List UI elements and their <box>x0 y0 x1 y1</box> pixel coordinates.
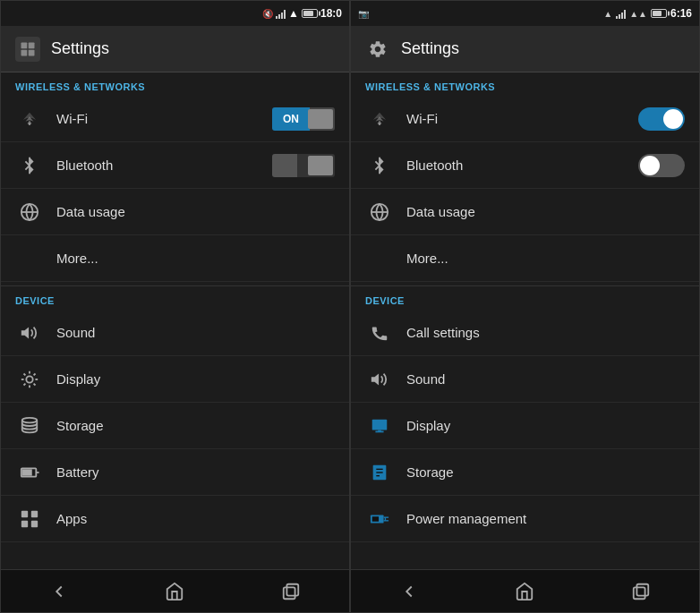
storage-icon-2 <box>365 458 394 487</box>
display-item-2[interactable]: Display <box>351 403 699 449</box>
sound-label-1: Sound <box>56 325 335 340</box>
storage-label-1: Storage <box>56 418 335 433</box>
section-wireless-2: WIRELESS & NETWORKS <box>351 72 699 96</box>
svg-rect-23 <box>31 520 38 526</box>
bluetooth-item-1[interactable]: Bluetooth <box>1 142 349 189</box>
svg-point-16 <box>22 417 38 422</box>
status-bar-1: 🔇 ▲ 18:0 <box>1 1 349 26</box>
svg-marker-6 <box>21 327 29 338</box>
settings-list-2: WIRELESS & NETWORKS Wi-Fi <box>351 72 699 569</box>
apps-item-1[interactable]: Apps <box>1 496 349 542</box>
wifi-toggle-switch-1[interactable] <box>272 107 335 131</box>
wifi-toggle-1[interactable] <box>272 107 335 131</box>
display-label-1: Display <box>56 371 335 387</box>
recent-button-2[interactable] <box>623 574 659 609</box>
data-usage-item-2[interactable]: Data usage <box>351 189 699 235</box>
phone-1: 🔇 ▲ 18:0 Settings WIRELESS & NETWORKS <box>0 0 350 613</box>
power-mgmt-icon <box>365 505 394 533</box>
svg-rect-3 <box>29 49 35 55</box>
recent-button-1[interactable] <box>273 574 309 609</box>
bluetooth-icon-1 <box>15 151 44 180</box>
svg-line-14 <box>23 383 25 385</box>
svg-line-12 <box>23 373 25 375</box>
wifi-toggle-switch-2[interactable] <box>638 107 685 131</box>
title-bar-2: Settings <box>351 26 699 72</box>
svg-rect-42 <box>637 583 649 595</box>
apps-icon-1 <box>15 505 44 533</box>
display-icon-1 <box>15 365 44 394</box>
power-mgmt-item[interactable]: Power management <box>351 496 699 542</box>
battery-icon-2 <box>651 9 667 18</box>
call-settings-item[interactable]: Call settings <box>351 310 699 356</box>
settings-app-icon-2 <box>365 37 390 62</box>
title-bar-1: Settings <box>1 26 349 72</box>
svg-rect-29 <box>372 419 388 430</box>
screenshot-icon: 📷 <box>358 9 369 19</box>
home-button-1[interactable] <box>157 574 192 609</box>
call-settings-icon <box>365 319 394 347</box>
svg-rect-1 <box>29 42 35 48</box>
settings-app-icon-1 <box>15 37 40 62</box>
signal-bars-2 <box>616 8 626 19</box>
wifi-item-1[interactable]: Wi-Fi <box>1 96 349 142</box>
settings-list-1: WIRELESS & NETWORKS Wi-Fi <box>1 72 349 569</box>
bluetooth-label-2: Bluetooth <box>406 158 638 173</box>
bluetooth-toggle-switch-2[interactable] <box>638 154 685 177</box>
bluetooth-toggle-switch-1[interactable] <box>272 154 335 177</box>
signal-icon-2: ▲ <box>603 9 612 19</box>
bluetooth-label-1: Bluetooth <box>56 158 272 173</box>
battery-icon-1 <box>302 9 318 18</box>
svg-rect-40 <box>372 516 379 522</box>
bluetooth-icon-2 <box>365 151 394 180</box>
svg-rect-21 <box>31 510 38 516</box>
back-button-2[interactable] <box>391 574 427 609</box>
page-title-1: Settings <box>51 39 109 58</box>
storage-item-1[interactable]: Storage <box>1 403 349 449</box>
display-icon-2 <box>365 412 394 440</box>
more-item-2[interactable]: More... <box>351 235 699 282</box>
home-button-2[interactable] <box>507 574 542 609</box>
nav-bar-1 <box>1 569 349 612</box>
data-usage-label-2: Data usage <box>406 204 685 219</box>
sound-item-1[interactable]: Sound <box>1 310 349 356</box>
more-label-2: More... <box>406 251 685 266</box>
storage-icon-1 <box>15 412 44 440</box>
sound-label-2: Sound <box>406 371 685 387</box>
storage-item-2[interactable]: Storage <box>351 449 699 496</box>
svg-rect-19 <box>23 470 31 475</box>
svg-rect-22 <box>21 520 28 526</box>
battery-item-1[interactable]: Battery <box>1 449 349 496</box>
svg-rect-24 <box>284 587 295 599</box>
back-button-1[interactable] <box>41 574 77 609</box>
bluetooth-item-2[interactable]: Bluetooth <box>351 142 699 189</box>
phone-2: 📷 ▲ ▲▲ 6:16 Settings WIRELESS & NETWORKS <box>350 0 700 613</box>
display-label-2: Display <box>406 418 685 433</box>
wifi-status-icon-1: ▲ <box>288 7 299 20</box>
svg-rect-41 <box>634 587 645 599</box>
svg-marker-28 <box>371 373 379 385</box>
sound-icon-2 <box>365 365 394 394</box>
wifi-toggle-2[interactable] <box>638 107 685 131</box>
svg-rect-2 <box>21 49 28 55</box>
call-settings-label: Call settings <box>406 325 685 340</box>
power-mgmt-label: Power management <box>406 511 685 526</box>
data-usage-icon-2 <box>365 198 394 226</box>
svg-rect-0 <box>21 42 28 48</box>
data-usage-item-1[interactable]: Data usage <box>1 189 349 235</box>
display-item-1[interactable]: Display <box>1 356 349 403</box>
wifi-item-2[interactable]: Wi-Fi <box>351 96 699 142</box>
bluetooth-toggle-2[interactable] <box>638 154 685 177</box>
bluetooth-toggle-1[interactable] <box>272 154 335 177</box>
wifi-label-1: Wi-Fi <box>56 111 272 126</box>
time-2: 6:16 <box>670 7 692 20</box>
battery-icon-item-1 <box>15 458 44 487</box>
apps-label-1: Apps <box>56 511 335 526</box>
sound-item-2[interactable]: Sound <box>351 356 699 403</box>
more-item-1[interactable]: More... <box>1 235 349 282</box>
sound-icon-1 <box>15 319 44 347</box>
svg-rect-25 <box>287 583 299 595</box>
wifi-status-icon-2: ▲▲ <box>629 9 647 19</box>
data-usage-label-1: Data usage <box>56 204 335 219</box>
time-1: 18:0 <box>320 7 342 20</box>
section-device-2: DEVICE <box>351 285 699 310</box>
